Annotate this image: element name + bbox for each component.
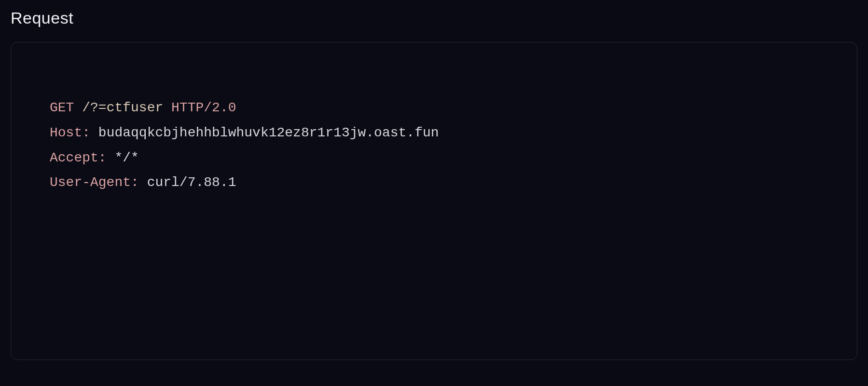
http-protocol: HTTP/2.0	[171, 100, 236, 115]
header-user-agent: User-Agent: curl/7.88.1	[50, 170, 818, 195]
request-panel: GET /?=ctfuser HTTP/2.0 Host: budaqqkcbj…	[11, 42, 857, 360]
header-name-host: Host:	[50, 125, 90, 140]
request-start-line: GET /?=ctfuser HTTP/2.0	[50, 95, 818, 120]
header-accept: Accept: */*	[50, 146, 818, 171]
header-name-user-agent: User-Agent:	[50, 175, 139, 190]
header-value-user-agent: curl/7.88.1	[147, 175, 236, 190]
header-name-accept: Accept:	[50, 150, 107, 165]
section-title: Request	[11, 9, 857, 27]
header-host: Host: budaqqkcbjhehhblwhuvk12ez8r1r13jw.…	[50, 120, 818, 146]
http-method: GET	[50, 100, 74, 115]
header-value-host: budaqqkcbjhehhblwhuvk12ez8r1r13jw.oast.f…	[98, 125, 439, 140]
header-value-accept: */*	[114, 150, 138, 165]
http-path: /?=ctfuser	[82, 100, 163, 115]
